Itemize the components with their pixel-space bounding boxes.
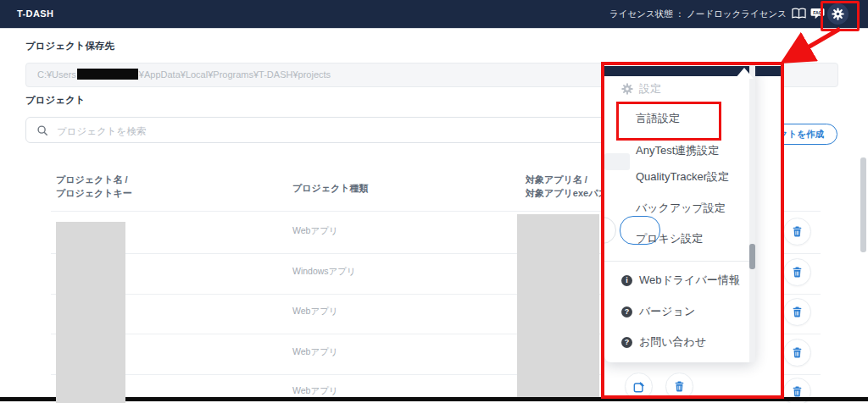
storage-path-label: プロジェクト保存先 xyxy=(25,40,114,52)
menu-item-webdriver-info[interactable]: i Webドライバー情報 xyxy=(621,272,740,289)
redacted-target-apps xyxy=(517,214,599,397)
menu-scrollbar-thumb[interactable] xyxy=(749,244,755,269)
path-suffix: ¥AppData¥Local¥Programs¥T-DASH¥projects xyxy=(139,69,331,80)
col-header-project-type: プロジェクト種類 xyxy=(292,181,369,195)
dropdown-caret xyxy=(735,68,754,79)
delete-project-button[interactable] xyxy=(665,373,693,399)
trash-icon xyxy=(674,381,685,392)
menu-scrollbar-track[interactable] xyxy=(749,65,755,362)
t-dash-window: T-DASH ライセンス状態 ： ノードロックライセンス FAQ xyxy=(0,0,868,403)
menu-item-qualitytracker-settings[interactable]: QualityTracker設定 xyxy=(636,168,729,185)
info-icon: i xyxy=(621,275,632,286)
trash-icon xyxy=(792,347,803,358)
edit-project-button[interactable] xyxy=(625,373,653,399)
project-type-cell: Webアプリ xyxy=(292,346,338,358)
menu-item-anytest-settings[interactable]: AnyTest連携設定 xyxy=(636,142,719,159)
partial-ui-fragment xyxy=(604,153,630,170)
menu-item-proxy-settings[interactable]: プロキシ設定 xyxy=(636,230,703,247)
page-scrollbar-thumb[interactable] xyxy=(860,157,866,252)
project-type-cell: Webアプリ xyxy=(292,385,338,397)
app-title: T-DASH xyxy=(17,0,53,28)
redacted-project-names xyxy=(56,222,125,403)
settings-menu: 設定 言語設定 AnyTest連携設定 QualityTracker設定 バック… xyxy=(604,65,755,362)
question-icon: ? xyxy=(621,306,632,317)
path-prefix: C:¥Users xyxy=(37,69,76,80)
delete-project-button[interactable] xyxy=(783,339,811,367)
redacted-username xyxy=(77,69,138,80)
project-type-cell: Webアプリ xyxy=(292,225,338,237)
edit-icon xyxy=(633,381,645,393)
col-header-target-app: 対象アプリ名 / 対象アプリexeパス xyxy=(526,173,608,200)
delete-project-button[interactable] xyxy=(783,218,811,246)
project-type-cell: Windowsアプリ xyxy=(292,266,356,278)
projects-label: プロジェクト xyxy=(25,94,86,107)
project-type-cell: Webアプリ xyxy=(292,306,338,317)
trash-icon xyxy=(792,226,803,237)
settings-dropdown-screenshot: 設定 言語設定 AnyTest連携設定 QualityTracker設定 バック… xyxy=(601,62,784,399)
menu-header-settings: 設定 xyxy=(621,80,661,97)
language-highlight-box xyxy=(616,102,721,141)
delete-project-button[interactable] xyxy=(783,258,811,286)
delete-project-button[interactable] xyxy=(783,298,811,326)
trash-icon xyxy=(792,306,803,317)
menu-divider xyxy=(604,261,749,262)
search-icon xyxy=(36,124,48,136)
gear-highlight-box xyxy=(821,1,860,31)
menu-item-backup-settings[interactable]: バックアップ設定 xyxy=(636,200,726,217)
col-header-project-name: プロジェクト名 / プロジェクトキー xyxy=(56,173,132,200)
question-icon: ? xyxy=(621,337,632,348)
menu-item-version[interactable]: ? バージョン xyxy=(621,303,695,320)
license-status: ライセンス状態 ： ノードロックライセンス xyxy=(609,0,787,28)
gear-icon xyxy=(621,83,633,95)
trash-icon xyxy=(792,267,803,278)
manual-book-icon[interactable] xyxy=(792,8,806,23)
trash-icon xyxy=(792,386,803,397)
menu-item-contact[interactable]: ? お問い合わせ xyxy=(621,334,706,351)
